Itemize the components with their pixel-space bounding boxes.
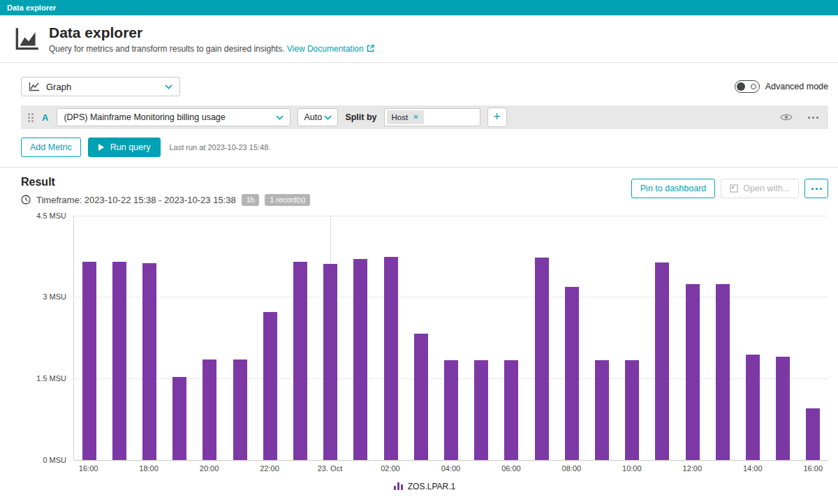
query-more-options-button[interactable] bbox=[805, 114, 821, 121]
y-axis: 4.5 MSU3 MSU1.5 MSU0 MSU bbox=[21, 216, 73, 460]
x-axis-tick-label bbox=[406, 464, 436, 473]
bar[interactable] bbox=[172, 377, 186, 459]
x-axis-tick-label: 08:00 bbox=[557, 464, 587, 473]
x-axis-tick-label: 20:00 bbox=[194, 464, 224, 473]
bar-slot bbox=[647, 216, 677, 460]
bar[interactable] bbox=[565, 287, 579, 459]
bar[interactable] bbox=[686, 284, 700, 460]
visualization-row: Graph Advanced mode bbox=[21, 77, 828, 96]
ellipsis-icon bbox=[809, 185, 825, 193]
bar[interactable] bbox=[444, 360, 458, 459]
resolution-select[interactable]: Auto bbox=[297, 108, 338, 126]
y-axis-tick-label: 4.5 MSU bbox=[36, 212, 66, 220]
x-axis-tick-label: 04:00 bbox=[436, 464, 466, 473]
bar[interactable] bbox=[716, 284, 730, 460]
external-link-icon bbox=[367, 45, 374, 52]
x-axis-tick-label: 23. Oct bbox=[315, 464, 345, 473]
result-header: Result Timeframe: 2023-10-22 15:38 - 202… bbox=[21, 176, 828, 206]
metric-select[interactable]: (DPS) Mainframe Monitoring billing usage bbox=[57, 108, 291, 126]
bar[interactable] bbox=[414, 334, 428, 459]
bar-slot bbox=[798, 216, 828, 460]
run-query-button[interactable]: Run query bbox=[88, 138, 161, 157]
result-actions: Pin to dashboard Open with... bbox=[631, 179, 828, 198]
x-axis-tick-label: 22:00 bbox=[254, 464, 284, 473]
resolution-select-value: Auto bbox=[304, 112, 322, 122]
plot-area bbox=[73, 216, 828, 460]
chart-legend[interactable]: ZOS.LPAR.1 bbox=[21, 482, 828, 491]
bar[interactable] bbox=[233, 360, 247, 460]
x-axis-tick-label bbox=[707, 464, 737, 473]
bar[interactable] bbox=[142, 263, 156, 460]
bar[interactable] bbox=[504, 360, 518, 459]
bar-slot bbox=[165, 216, 195, 460]
advanced-mode-toggle[interactable] bbox=[735, 80, 760, 93]
chevron-down-icon bbox=[324, 115, 332, 120]
visualization-select[interactable]: Graph bbox=[21, 77, 180, 96]
open-with-button[interactable]: Open with... bbox=[721, 179, 799, 198]
split-by-input[interactable]: Host ✕ bbox=[384, 108, 480, 126]
x-axis-tick-label bbox=[345, 464, 375, 473]
resolution-badge: 1h bbox=[242, 194, 260, 206]
bar-slot bbox=[497, 216, 527, 460]
run-query-label: Run query bbox=[110, 142, 151, 152]
result-more-options-button[interactable] bbox=[804, 179, 828, 198]
page-subtitle: Query for metrics and transform results … bbox=[49, 44, 374, 54]
drag-handle-icon[interactable] bbox=[28, 113, 34, 122]
bar[interactable] bbox=[595, 360, 609, 459]
bar[interactable] bbox=[353, 259, 367, 460]
metric-select-value: (DPS) Mainframe Monitoring billing usage bbox=[64, 112, 225, 122]
x-axis-tick-label: 06:00 bbox=[496, 464, 526, 473]
bar-slot bbox=[134, 216, 164, 460]
query-letter: A bbox=[42, 112, 48, 123]
bar[interactable] bbox=[535, 258, 549, 459]
remove-chip-icon[interactable]: ✕ bbox=[413, 114, 418, 121]
page-title: Data explorer bbox=[49, 24, 374, 41]
chevron-down-icon bbox=[276, 115, 284, 120]
bar-slot bbox=[104, 216, 134, 460]
bar[interactable] bbox=[112, 262, 126, 460]
bar-slot bbox=[406, 216, 436, 460]
open-with-icon bbox=[730, 184, 738, 193]
pin-to-dashboard-button[interactable]: Pin to dashboard bbox=[631, 179, 716, 198]
page-subtitle-text: Query for metrics and transform results … bbox=[49, 44, 284, 54]
x-axis-tick-label: 10:00 bbox=[617, 464, 647, 473]
add-metric-button[interactable]: Add Metric bbox=[21, 138, 81, 157]
chart-grid: 4.5 MSU3 MSU1.5 MSU0 MSU bbox=[21, 216, 828, 460]
bar[interactable] bbox=[384, 257, 398, 459]
bar[interactable] bbox=[293, 262, 307, 459]
add-split-button[interactable]: + bbox=[487, 108, 507, 127]
main-content: Graph Advanced mode A (DPS) Mainframe Mo… bbox=[0, 77, 838, 491]
advanced-mode-control: Advanced mode bbox=[735, 80, 828, 93]
bar[interactable] bbox=[82, 262, 96, 460]
bar[interactable] bbox=[776, 357, 790, 460]
bar[interactable] bbox=[806, 408, 820, 460]
view-documentation-link[interactable]: View Documentation bbox=[287, 44, 374, 54]
bar[interactable] bbox=[263, 312, 277, 460]
bar-slot bbox=[737, 216, 767, 460]
bar-slot bbox=[677, 216, 707, 460]
bar[interactable] bbox=[625, 360, 639, 459]
x-axis-tick-label bbox=[587, 464, 617, 473]
x-axis-tick-label: 14:00 bbox=[737, 464, 767, 473]
actions-row: Add Metric Run query Last run at 2023-10… bbox=[21, 138, 828, 157]
line-chart-icon bbox=[29, 82, 40, 91]
x-axis-tick-label bbox=[647, 464, 677, 473]
x-axis-tick-label: 16:00 bbox=[73, 464, 103, 473]
bar[interactable] bbox=[655, 262, 669, 459]
top-bar-title: Data explorer bbox=[7, 3, 56, 12]
query-row: A (DPS) Mainframe Monitoring billing usa… bbox=[21, 105, 828, 129]
bar-slot bbox=[436, 216, 466, 460]
chevron-down-icon bbox=[165, 84, 172, 89]
header-text: Data explorer Query for metrics and tran… bbox=[49, 24, 374, 53]
legend-bar-icon bbox=[394, 482, 403, 490]
x-axis-tick-label: 02:00 bbox=[375, 464, 405, 473]
bar-slot bbox=[195, 216, 225, 460]
bar-slot bbox=[225, 216, 255, 460]
visualization-select-value: Graph bbox=[46, 82, 71, 92]
visibility-eye-icon[interactable] bbox=[780, 113, 793, 121]
play-icon bbox=[98, 144, 104, 151]
bar[interactable] bbox=[746, 355, 760, 460]
bar[interactable] bbox=[323, 264, 337, 460]
bar[interactable] bbox=[203, 360, 216, 459]
bar[interactable] bbox=[474, 360, 488, 459]
